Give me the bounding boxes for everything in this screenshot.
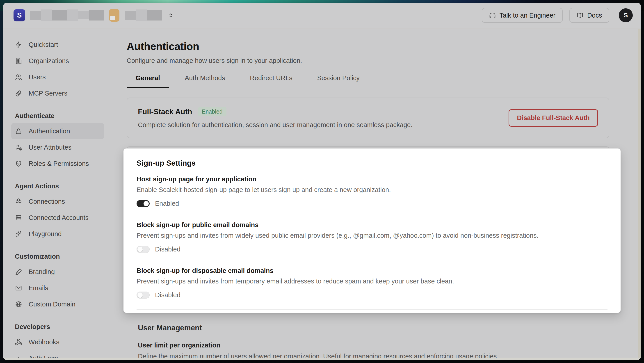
toggle-state-label: Enabled xyxy=(155,200,179,207)
toggle-switch[interactable] xyxy=(136,246,150,253)
docs-label: Docs xyxy=(587,12,602,19)
toggle-knob xyxy=(138,292,143,298)
topbar-actions: Talk to an Engineer Docs S xyxy=(482,8,633,23)
sidebar-item-label: Webhooks xyxy=(28,338,60,346)
folder-env-icon xyxy=(109,9,120,22)
page-subtitle: Configure and manage how users sign in t… xyxy=(127,57,609,64)
tab-redirect-urls[interactable]: Redirect URLs xyxy=(241,74,302,88)
toggle-row: Enabled xyxy=(136,200,608,207)
sparkles-icon xyxy=(15,230,22,238)
tab-session-policy[interactable]: Session Policy xyxy=(308,74,369,88)
app-window: S Talk to an Engineer Docs S xyxy=(3,3,641,360)
sidebar-item-roles-permissions[interactable]: Roles & Permissions xyxy=(3,156,112,172)
sidebar-item-label: Roles & Permissions xyxy=(28,160,89,168)
setting-description: Prevent sign-ups and invites from widely… xyxy=(136,232,608,239)
paperclip-icon xyxy=(15,90,22,97)
sidebar-item-label: Emails xyxy=(28,284,48,292)
signup-setting-host-sign-up-page-for-your-application: Host sign-up page for your applicationEn… xyxy=(136,176,608,207)
docs-button[interactable]: Docs xyxy=(570,8,609,23)
sidebar-item-branding[interactable]: Branding xyxy=(3,264,112,280)
sidebar-item-label: Branding xyxy=(28,268,55,276)
stacked-cards-icon xyxy=(15,214,22,222)
boxes-icon xyxy=(15,198,22,205)
paintbrush-icon xyxy=(15,268,22,276)
setting-description: Prevent sign-ups and invites from tempor… xyxy=(136,278,608,285)
book-open-icon xyxy=(577,12,584,19)
sidebar-item-emails[interactable]: Emails xyxy=(3,280,112,296)
sidebar-section-developers: Developers xyxy=(3,320,112,334)
sidebar-item-custom-domain[interactable]: Custom Domain xyxy=(3,296,112,312)
sidebar-item-label: Organizations xyxy=(28,57,69,65)
sidebar-item-mcp-servers[interactable]: MCP Servers xyxy=(3,85,112,102)
sidebar-item-quickstart[interactable]: Quickstart xyxy=(3,36,112,53)
toggle-switch[interactable] xyxy=(136,292,150,298)
signup-setting-block-sign-up-for-disposable-email-domains: Block sign-up for disposable email domai… xyxy=(136,267,608,299)
user-gear-icon xyxy=(15,144,22,151)
chevron-up-down-icon xyxy=(168,12,174,18)
setting-title: Host sign-up page for your application xyxy=(136,176,608,183)
mail-icon xyxy=(15,284,22,292)
settings-section-card: Sign-up Settings Host sign-up page for y… xyxy=(127,146,609,360)
sidebar-item-label: Users xyxy=(28,74,46,81)
workspace-logo: S xyxy=(14,9,25,22)
avatar-letter: S xyxy=(624,12,628,19)
disable-fullstack-auth-button[interactable]: Disable Full-Stack Auth xyxy=(508,109,598,127)
window-scrollbar[interactable] xyxy=(638,29,641,358)
sidebar-item-authentication[interactable]: Authentication xyxy=(11,123,104,139)
workspace-logo-letter: S xyxy=(17,11,22,20)
sidebar-item-user-attributes[interactable]: User Attributes xyxy=(3,139,112,156)
workspace-name-redacted xyxy=(30,10,104,21)
enabled-status-badge: Enabled xyxy=(198,107,226,116)
sidebar-item-users[interactable]: Users xyxy=(3,69,112,85)
zap-icon xyxy=(15,41,22,48)
sidebar-item-organizations[interactable]: Organizations xyxy=(3,53,112,69)
talk-to-engineer-button[interactable]: Talk to an Engineer xyxy=(482,8,563,23)
fullstack-auth-info: Full-Stack Auth Enabled Complete solutio… xyxy=(138,107,412,129)
sidebar-item-connected-accounts[interactable]: Connected Accounts xyxy=(3,210,112,226)
sidebar-section-customization: Customization xyxy=(3,249,112,264)
setting-title: Block sign-up for disposable email domai… xyxy=(136,267,608,274)
shield-check-icon xyxy=(15,160,22,168)
user-avatar[interactable]: S xyxy=(619,8,633,22)
sidebar-item-connections[interactable]: Connections xyxy=(3,193,112,210)
window-bottom-edge xyxy=(3,358,641,360)
sidebar-item-label: MCP Servers xyxy=(28,90,67,97)
toggle-knob xyxy=(144,201,149,206)
page-title: Authentication xyxy=(127,40,609,52)
toggle-switch[interactable] xyxy=(136,200,150,207)
sidebar-item-webhooks[interactable]: Webhooks xyxy=(3,334,112,350)
main-content: Authentication Configure and manage how … xyxy=(112,28,641,360)
globe-icon xyxy=(15,300,22,308)
toggle-row: Disabled xyxy=(136,246,608,253)
signup-setting-block-sign-up-for-public-email-domains: Block sign-up for public email domainsPr… xyxy=(136,221,608,253)
user-management-title: User Management xyxy=(138,324,596,332)
fullstack-auth-title: Full-Stack Auth xyxy=(138,108,192,116)
tab-auth-methods[interactable]: Auth Methods xyxy=(176,74,234,88)
sidebar: QuickstartOrganizationsUsersMCP ServersA… xyxy=(3,28,112,360)
fullstack-auth-card: Full-Stack Auth Enabled Complete solutio… xyxy=(127,98,609,138)
sidebar-item-label: Authentication xyxy=(28,128,70,135)
tab-general[interactable]: General xyxy=(127,74,169,88)
sidebar-item-label: Connected Accounts xyxy=(28,214,88,222)
workspace-switcher[interactable]: S xyxy=(14,9,174,22)
sidebar-section-agent-actions: Agent Actions xyxy=(3,179,112,193)
signup-settings-title: Sign-up Settings xyxy=(136,159,608,168)
toggle-row: Disabled xyxy=(136,291,608,299)
webhook-icon xyxy=(15,338,22,346)
environment-name-redacted xyxy=(125,10,162,21)
building-icon xyxy=(15,57,22,65)
headset-icon xyxy=(489,12,496,19)
lock-icon xyxy=(15,128,22,135)
tab-bar: GeneralAuth MethodsRedirect URLsSession … xyxy=(127,74,609,88)
toggle-state-label: Disabled xyxy=(155,291,180,299)
signup-settings-card: Sign-up Settings Host sign-up page for y… xyxy=(124,148,620,313)
topbar: S Talk to an Engineer Docs S xyxy=(3,3,641,28)
user-management-section: User Management User limit per organizat… xyxy=(127,313,609,360)
fullstack-auth-description: Complete solution for authentication, se… xyxy=(138,121,412,129)
users-icon xyxy=(15,74,22,81)
sidebar-item-label: Connections xyxy=(28,198,65,205)
user-limit-title: User limit per organization xyxy=(138,342,596,349)
toggle-knob xyxy=(138,247,143,252)
sidebar-item-playground[interactable]: Playground xyxy=(3,226,112,242)
toggle-state-label: Disabled xyxy=(155,246,180,253)
